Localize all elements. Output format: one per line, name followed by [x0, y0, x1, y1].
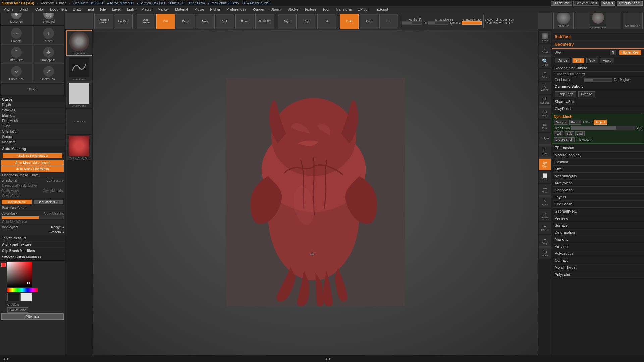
cavity-curve[interactable]: CavityCurve: [0, 193, 65, 199]
nanomesh-item[interactable]: NanoMesh: [552, 187, 644, 194]
brush-snakehook[interactable]: ↗ SnakeHook: [33, 64, 65, 83]
size-item[interactable]: Size: [552, 166, 644, 173]
menu-item-alpha[interactable]: Alpha: [1, 7, 16, 12]
menu-item-color[interactable]: Color: [33, 7, 47, 12]
menu-item-texture[interactable]: Texture: [302, 7, 319, 12]
menu-item-light[interactable]: Light: [124, 7, 138, 12]
menu-item-document[interactable]: Document: [47, 7, 69, 12]
orientation-section[interactable]: Orientation: [0, 129, 65, 134]
brush-curvetube[interactable]: ○ CurveTube: [1, 64, 33, 83]
brush-trimcurve[interactable]: ⌒ TrimCurve: [1, 45, 33, 64]
lightbox-btn[interactable]: LightBox: [114, 14, 133, 29]
auto-mask-fibermesh-btn[interactable]: Auto Mask FiberMesh: [1, 166, 64, 172]
aahalf-icon-btn[interactable]: ½ AAHalf: [539, 82, 551, 94]
mrgb-btn[interactable]: Mrgb: [278, 14, 297, 29]
polypaint-item[interactable]: Polypaint: [552, 271, 644, 278]
rotate-icon-btn[interactable]: ↺ Rotate: [539, 209, 551, 221]
backface-mask-btn[interactable]: BackfaceMask: [2, 200, 32, 204]
menu-item-draw[interactable]: Draw: [70, 7, 84, 12]
position-item[interactable]: Position: [552, 159, 644, 166]
geometry-hd-item[interactable]: Geometry HD: [552, 208, 644, 215]
elasticity-section[interactable]: Elasticity: [0, 113, 65, 118]
linefill-icon-btn[interactable]: ▰ LineFill: [539, 222, 551, 234]
get-lower-slider[interactable]: [584, 78, 612, 82]
fibermesh-mask-curve[interactable]: FiberMesh_Mask_Curve: [0, 173, 65, 178]
menus-button[interactable]: Menus: [601, 1, 615, 6]
and-btn[interactable]: And: [575, 131, 585, 136]
directional-mask-curve[interactable]: DirectionalMask_Curve: [0, 183, 65, 188]
deformation-item[interactable]: Deformation: [552, 229, 644, 236]
edgeloop-btn[interactable]: EdgeLoop: [555, 91, 576, 97]
surface-item[interactable]: Surface: [552, 222, 644, 229]
menu-item-marker[interactable]: Marker: [155, 7, 172, 12]
menu-item-edit[interactable]: Edit: [85, 7, 97, 12]
zoom-icon-btn[interactable]: 🔍 Zoom: [539, 56, 551, 68]
grease-btn[interactable]: Grease: [578, 91, 595, 97]
scale-icon-btn[interactable]: ⤡ Scale: [539, 196, 551, 208]
persp-icon-btn[interactable]: ⬡ Persp: [539, 107, 551, 119]
floor-icon-btn[interactable]: ▭ Floor: [539, 120, 551, 132]
surface-section[interactable]: Surface: [0, 134, 65, 140]
modifiers-section[interactable]: Modifiers: [0, 140, 65, 145]
fibermesh-section[interactable]: FiberMesh: [0, 118, 65, 124]
canvas-area[interactable]: [93, 29, 538, 355]
menu-item-zscript[interactable]: ZScript: [374, 7, 391, 12]
alternate-btn[interactable]: Alternate: [1, 313, 64, 320]
polish-btn[interactable]: Polish: [569, 120, 582, 125]
menu-item-preferences[interactable]: Preferences: [224, 7, 249, 12]
troup-icon-btn[interactable]: ⬡ Troup: [539, 247, 551, 259]
add-btn[interactable]: Add: [554, 131, 563, 136]
morph-target-item[interactable]: Morph Target: [552, 264, 644, 271]
quick-sketch-btn[interactable]: QuickSketch: [137, 14, 155, 29]
menu-item-picker[interactable]: Picker: [207, 7, 223, 12]
default-script-button[interactable]: DefaultZScript: [617, 1, 643, 6]
project-btn[interactable]: Project: [594, 120, 607, 125]
modify-topology-item[interactable]: Modify Topology: [552, 152, 644, 159]
menu-item-brush[interactable]: Brush: [17, 7, 32, 12]
color-gradient-picker[interactable]: [7, 262, 32, 287]
brush-transpose[interactable]: ⊕ Transpose: [33, 45, 65, 64]
apply-btn[interactable]: Apply: [600, 58, 614, 63]
rotate-btn[interactable]: Rotate: [235, 14, 254, 29]
qxyz-icon-btn[interactable]: xyz Qxyz: [539, 158, 551, 170]
menu-item-layer[interactable]: Layer: [109, 7, 124, 12]
meshintegrity-item[interactable]: MeshIntegrity: [552, 173, 644, 180]
menu-item-stencil[interactable]: Stencil: [268, 7, 284, 12]
visibility-item[interactable]: Visibility: [552, 243, 644, 250]
move-icon-btn[interactable]: ✛ Move: [539, 184, 551, 196]
see-through-control[interactable]: See-through 0: [573, 1, 599, 6]
focal-shift-slider[interactable]: [402, 21, 422, 25]
backmask-int-btn[interactable]: BackMaskInt 10: [34, 200, 63, 204]
fibermesh-item[interactable]: FiberMesh: [552, 201, 644, 208]
menu-item-file[interactable]: File: [97, 7, 109, 12]
suv-btn[interactable]: Suv: [586, 58, 598, 63]
menu-item-zplugin[interactable]: ZPlugin: [355, 7, 373, 12]
brit-icon-btn[interactable]: BrBin: [539, 31, 551, 43]
black-swatch[interactable]: [7, 293, 19, 301]
zadd-btn[interactable]: Zadd: [340, 14, 359, 29]
m-btn[interactable]: M: [317, 14, 336, 29]
backmaskcurve[interactable]: BackMaskCurve: [0, 205, 65, 211]
claypolish-item[interactable]: ClayPolish: [552, 105, 644, 112]
menu-item-material[interactable]: Material: [172, 7, 191, 12]
smt-btn[interactable]: Smt: [572, 58, 584, 63]
right-panel-scroll[interactable]: SubTool Geometry SPix 3 Higher Res Divid…: [552, 33, 644, 362]
dynamic-icon-btn[interactable]: ⟳ Dynamic: [539, 95, 551, 107]
brush-panel-claybuildup[interactable]: ClayBuildup: [66, 30, 92, 56]
preview-item[interactable]: Preview: [552, 215, 644, 222]
polyf-icon-btn[interactable]: ⬚ PolyF: [539, 145, 551, 158]
move-btn[interactable]: Move: [196, 14, 215, 29]
sub-btn[interactable]: Sub: [565, 131, 574, 136]
scroll-icon-btn[interactable]: ↕ Scroll: [539, 44, 551, 56]
actual-icon-btn[interactable]: ⊡ Actual: [539, 69, 551, 81]
hue-bar[interactable]: [7, 288, 38, 292]
layers-item[interactable]: Layers: [552, 194, 644, 201]
zsub-btn[interactable]: Zsub: [360, 14, 378, 29]
projection-master-btn[interactable]: ProjectionMaster: [94, 14, 113, 29]
polygroups-item[interactable]: Polygroups: [552, 250, 644, 257]
shadowbox-item[interactable]: ShadowBox: [552, 98, 644, 105]
arraymesh-item[interactable]: ArrayMesh: [552, 180, 644, 187]
brush-panel-texture-off[interactable]: Texture Off: [66, 109, 92, 134]
menu-item-tool[interactable]: Tool: [320, 7, 332, 12]
groups-btn[interactable]: Groups: [554, 120, 568, 125]
